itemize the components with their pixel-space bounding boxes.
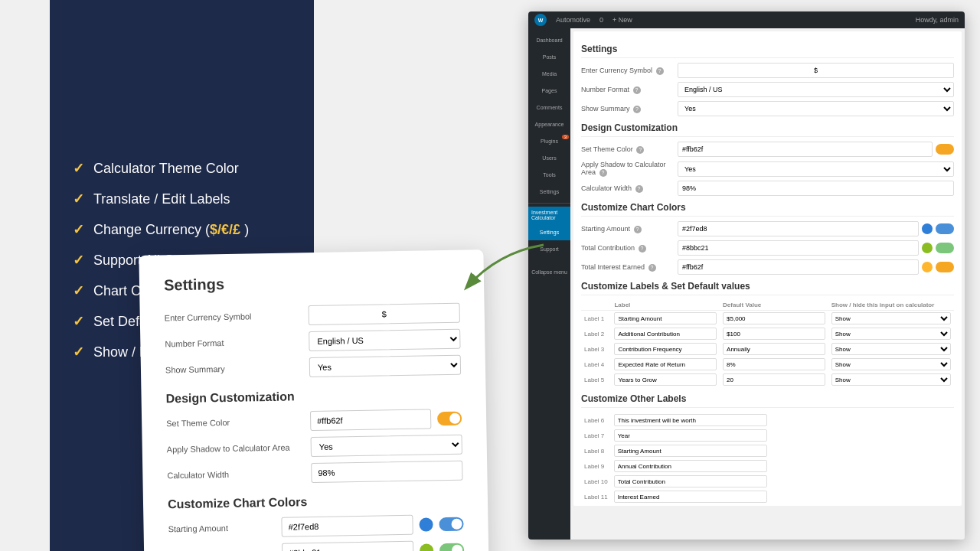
design-section: Design Customization Set Theme Color App… bbox=[165, 387, 462, 486]
wp-currency-row: Enter Currency Symbol ? bbox=[581, 63, 954, 78]
wp-sidebar-comments[interactable]: Comments bbox=[528, 99, 570, 116]
wp-sidebar-pages[interactable]: Pages bbox=[528, 82, 570, 99]
number-format-select[interactable]: English / US bbox=[309, 329, 460, 351]
wp-sidebar-settings[interactable]: Settings bbox=[528, 183, 570, 200]
info-icon-7: ? bbox=[634, 226, 642, 233]
wp-sidebar-posts[interactable]: Posts bbox=[528, 48, 570, 65]
other-label-num: Label 10 bbox=[581, 474, 611, 489]
wp-theme-color-box bbox=[678, 142, 954, 157]
feature-theme-color-label: Calculator Theme Color bbox=[93, 161, 239, 177]
wp-shadow-row: Apply Shadow to Calculator Area ? Yes bbox=[581, 161, 954, 177]
wp-total-input[interactable] bbox=[678, 240, 919, 256]
width-label: Calculator Width bbox=[167, 468, 305, 480]
wp-layout: Dashboard Posts Media Pages Comments App… bbox=[528, 28, 965, 540]
total-color-toggle[interactable] bbox=[439, 543, 464, 551]
wp-starting-color-label: Starting Amount ? bbox=[581, 225, 673, 233]
starting-color-dot bbox=[419, 517, 433, 531]
check-icon-2: ✓ bbox=[73, 191, 84, 207]
starting-color-toggle[interactable] bbox=[439, 517, 463, 532]
width-input[interactable] bbox=[311, 461, 462, 483]
currency-symbol-row: Enter Currency Symbol bbox=[165, 303, 460, 328]
chart-colors-title: Customize Chart Colors bbox=[168, 493, 463, 512]
wp-design-title: Design Customization bbox=[581, 122, 954, 137]
wp-theme-label: Set Theme Color ? bbox=[581, 145, 673, 154]
wp-sidebar-media[interactable]: Media bbox=[528, 65, 570, 82]
wp-total-dot bbox=[922, 243, 933, 253]
wp-total-toggle[interactable] bbox=[936, 243, 954, 253]
label-default bbox=[720, 357, 828, 372]
other-label-num: Label 8 bbox=[581, 443, 611, 458]
wp-interest-input[interactable] bbox=[678, 259, 919, 275]
shadow-row: Apply Shadow to Calculator Area Yes bbox=[167, 435, 462, 460]
chart-colors-section: Customize Chart Colors Starting Amount T… bbox=[168, 493, 465, 551]
th-num bbox=[581, 300, 611, 311]
label-text bbox=[611, 372, 720, 387]
feature-currency-label: Change Currency ($/€/£ ) bbox=[93, 222, 249, 238]
wp-format-select[interactable]: English / US bbox=[678, 82, 954, 97]
label-num: Label 5 bbox=[581, 372, 611, 387]
label-show: ShowHide bbox=[828, 341, 954, 357]
wp-interest-toggle[interactable] bbox=[936, 262, 954, 272]
currency-symbol-input[interactable] bbox=[309, 303, 460, 325]
table-row: Label 3 ShowHide bbox=[581, 341, 954, 357]
check-icon-6: ✓ bbox=[73, 313, 84, 330]
wp-admin-bar: W Automotive 0 + New Howdy, admin bbox=[528, 11, 965, 28]
wp-width-input[interactable] bbox=[678, 181, 954, 196]
wp-bar-new: + New bbox=[612, 16, 632, 24]
label-num: Label 4 bbox=[581, 357, 611, 372]
table-row: Label 1 ShowHide bbox=[581, 311, 954, 327]
wp-sidebar-investment[interactable]: Investment Calculator bbox=[528, 207, 570, 223]
wp-other-labels-title: Customize Other Labels bbox=[581, 393, 954, 408]
th-show: Show / hide this input on calculator bbox=[828, 300, 954, 311]
info-icon-5: ? bbox=[599, 169, 607, 177]
shadow-select[interactable]: Yes bbox=[311, 435, 462, 457]
theme-color-row: Set Theme Color bbox=[166, 409, 462, 434]
other-label-text bbox=[611, 443, 954, 458]
wp-summary-select[interactable]: Yes bbox=[678, 101, 954, 116]
feature-currency: ✓ Change Currency ($/€/£ ) bbox=[73, 221, 291, 238]
other-label-text bbox=[611, 458, 954, 474]
wp-chart-title: Customize Chart Colors bbox=[581, 202, 954, 217]
wp-bar-admin: Howdy, admin bbox=[916, 16, 959, 24]
table-row: Label 5 ShowHide bbox=[581, 372, 954, 387]
check-icon-1: ✓ bbox=[73, 160, 84, 177]
wp-theme-color-input[interactable] bbox=[678, 142, 933, 157]
wp-interest-color-box bbox=[678, 259, 954, 275]
wp-format-label: Number Format ? bbox=[581, 86, 673, 94]
info-icon-4: ? bbox=[636, 146, 644, 154]
design-section-title: Design Customization bbox=[165, 387, 461, 406]
wp-total-color-label: Total Contribution ? bbox=[581, 244, 673, 253]
wp-interest-dot bbox=[922, 262, 933, 272]
wp-sidebar-dashboard[interactable]: Dashboard bbox=[528, 31, 570, 48]
other-label-text bbox=[611, 474, 954, 489]
table-row: Label 2 ShowHide bbox=[581, 326, 954, 341]
wp-starting-input[interactable] bbox=[678, 221, 919, 236]
wp-sidebar-tools[interactable]: Tools bbox=[528, 166, 570, 183]
th-default: Default Value bbox=[720, 300, 828, 311]
wp-theme-toggle[interactable] bbox=[936, 144, 954, 155]
label-show: ShowHide bbox=[828, 357, 954, 372]
wp-main-content: Settings Enter Currency Symbol ? Number … bbox=[573, 31, 962, 506]
th-label: Label bbox=[611, 300, 720, 311]
theme-color-toggle[interactable] bbox=[437, 412, 462, 426]
number-format-row: Number Format English / US bbox=[165, 329, 460, 354]
wp-summary-row: Show Summary ? Yes bbox=[581, 101, 954, 116]
show-summary-select[interactable]: Yes bbox=[309, 355, 461, 377]
wp-shadow-select[interactable]: Yes bbox=[678, 161, 954, 177]
wp-starting-dot bbox=[922, 223, 933, 234]
wp-width-label: Calculator Width ? bbox=[581, 184, 673, 193]
wp-width-row: Calculator Width ? bbox=[581, 181, 954, 196]
info-icon-8: ? bbox=[639, 245, 646, 253]
total-color-input[interactable] bbox=[282, 541, 413, 551]
theme-color-input[interactable] bbox=[310, 409, 431, 431]
label-num: Label 3 bbox=[581, 341, 611, 357]
wp-currency-input[interactable] bbox=[678, 63, 954, 78]
label-text bbox=[611, 341, 720, 357]
wp-sidebar-appearance[interactable]: Appearance bbox=[528, 116, 570, 132]
starting-color-input[interactable] bbox=[281, 515, 413, 537]
wp-sidebar-users[interactable]: Users bbox=[528, 149, 570, 166]
other-label-num: Label 6 bbox=[581, 412, 611, 428]
wp-sidebar-plugins[interactable]: Plugins 3 bbox=[528, 132, 570, 149]
wp-starting-toggle[interactable] bbox=[936, 223, 954, 234]
label-text bbox=[611, 311, 720, 327]
